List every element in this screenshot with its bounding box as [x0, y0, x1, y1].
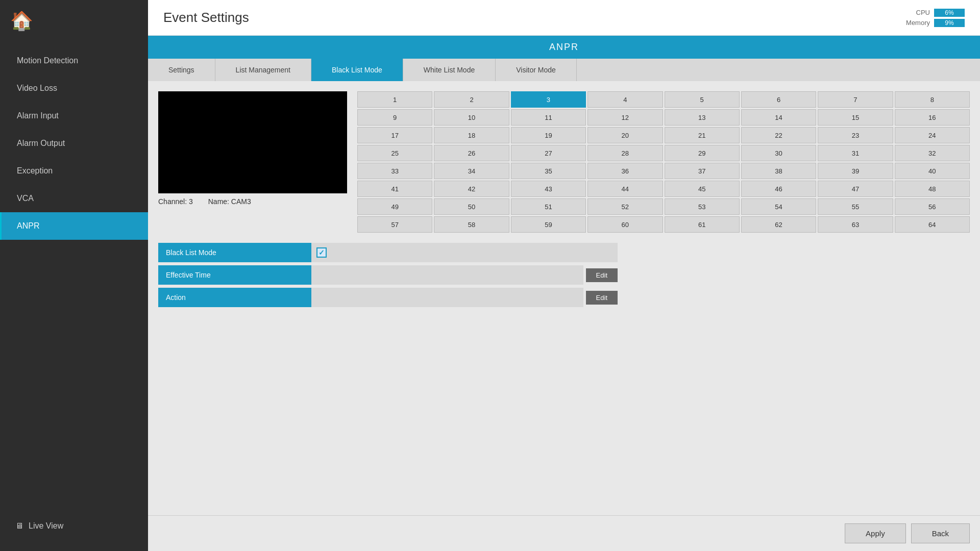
channel-cell-6[interactable]: 6	[741, 91, 816, 108]
channel-cell-20[interactable]: 20	[587, 127, 663, 143]
video-section: Channel: 3 Name: CAM3	[158, 91, 347, 233]
sidebar-item-anpr[interactable]: ANPR	[0, 212, 148, 240]
apply-button[interactable]: Apply	[845, 523, 906, 543]
sidebar: 🏠 Motion Detection Video Loss Alarm Inpu…	[0, 0, 148, 551]
channel-cell-1[interactable]: 1	[357, 91, 432, 108]
channel-cell-53[interactable]: 53	[665, 198, 740, 215]
action-edit-button[interactable]: Edit	[586, 291, 618, 305]
channel-cell-59[interactable]: 59	[511, 216, 586, 233]
channel-cell-49[interactable]: 49	[357, 198, 432, 215]
live-view-button[interactable]: 🖥 Live View	[0, 511, 148, 541]
channel-cell-14[interactable]: 14	[741, 109, 816, 126]
channel-cell-15[interactable]: 15	[818, 109, 893, 126]
channel-cell-43[interactable]: 43	[511, 181, 586, 197]
channel-cell-13[interactable]: 13	[665, 109, 740, 126]
channel-cell-35[interactable]: 35	[511, 163, 586, 179]
channel-cell-44[interactable]: 44	[587, 181, 663, 197]
channel-cell-26[interactable]: 26	[434, 145, 509, 161]
channel-cell-16[interactable]: 16	[895, 109, 970, 126]
channel-cell-10[interactable]: 10	[434, 109, 509, 126]
tabs-bar: Settings List Management Black List Mode…	[148, 59, 980, 81]
channel-cell-63[interactable]: 63	[818, 216, 893, 233]
channel-cell-24[interactable]: 24	[895, 127, 970, 143]
channel-cell-48[interactable]: 48	[895, 181, 970, 197]
channel-cell-64[interactable]: 64	[895, 216, 970, 233]
nav-items: Motion Detection Video Loss Alarm Input …	[0, 47, 148, 511]
channel-cell-28[interactable]: 28	[587, 145, 663, 161]
channel-cell-30[interactable]: 30	[741, 145, 816, 161]
channel-cell-4[interactable]: 4	[587, 91, 663, 108]
channel-cell-32[interactable]: 32	[895, 145, 970, 161]
channel-cell-5[interactable]: 5	[665, 91, 740, 108]
tab-settings[interactable]: Settings	[148, 59, 215, 81]
channel-cell-8[interactable]: 8	[895, 91, 970, 108]
sidebar-item-alarm-output[interactable]: Alarm Output	[0, 130, 148, 157]
effective-time-edit-button[interactable]: Edit	[586, 268, 618, 282]
channel-cell-61[interactable]: 61	[665, 216, 740, 233]
channel-cell-55[interactable]: 55	[818, 198, 893, 215]
channel-cell-7[interactable]: 7	[818, 91, 893, 108]
action-value	[311, 288, 583, 307]
channel-cell-56[interactable]: 56	[895, 198, 970, 215]
channel-cell-54[interactable]: 54	[741, 198, 816, 215]
sidebar-item-motion-detection[interactable]: Motion Detection	[0, 47, 148, 74]
tab-visitor-mode[interactable]: Visitor Mode	[496, 59, 577, 81]
channel-cell-37[interactable]: 37	[665, 163, 740, 179]
channel-cell-25[interactable]: 25	[357, 145, 432, 161]
channel-cell-50[interactable]: 50	[434, 198, 509, 215]
sidebar-item-vca[interactable]: VCA	[0, 185, 148, 212]
tab-black-list-mode[interactable]: Black List Mode	[311, 59, 403, 81]
channel-cell-39[interactable]: 39	[818, 163, 893, 179]
channel-cell-17[interactable]: 17	[357, 127, 432, 143]
content-area: ANPR Settings List Management Black List…	[148, 36, 980, 515]
black-list-mode-label: Black List Mode	[158, 243, 311, 262]
sidebar-item-alarm-input[interactable]: Alarm Input	[0, 102, 148, 130]
channel-cell-57[interactable]: 57	[357, 216, 432, 233]
channel-cell-18[interactable]: 18	[434, 127, 509, 143]
channel-cell-41[interactable]: 41	[357, 181, 432, 197]
cpu-label: CPU	[916, 9, 930, 16]
black-list-mode-checkbox[interactable]: ✓	[316, 247, 327, 258]
sidebar-item-video-loss[interactable]: Video Loss	[0, 74, 148, 102]
channel-cell-33[interactable]: 33	[357, 163, 432, 179]
panel-body: Channel: 3 Name: CAM3 123456789101112131…	[148, 81, 980, 515]
channel-cell-2[interactable]: 2	[434, 91, 509, 108]
channel-cell-27[interactable]: 27	[511, 145, 586, 161]
channel-cell-31[interactable]: 31	[818, 145, 893, 161]
channel-cell-45[interactable]: 45	[665, 181, 740, 197]
channel-cell-38[interactable]: 38	[741, 163, 816, 179]
action-row: Action Edit	[158, 288, 618, 307]
sidebar-item-exception[interactable]: Exception	[0, 157, 148, 185]
effective-time-row: Effective Time Edit	[158, 265, 618, 285]
channel-cell-46[interactable]: 46	[741, 181, 816, 197]
effective-time-label: Effective Time	[158, 265, 311, 285]
logo-area[interactable]: 🏠	[0, 0, 148, 42]
home-icon: 🏠	[10, 10, 33, 32]
channel-cell-36[interactable]: 36	[587, 163, 663, 179]
video-info: Channel: 3 Name: CAM3	[158, 197, 347, 206]
channel-cell-47[interactable]: 47	[818, 181, 893, 197]
channel-cell-51[interactable]: 51	[511, 198, 586, 215]
channel-cell-9[interactable]: 9	[357, 109, 432, 126]
channel-cell-58[interactable]: 58	[434, 216, 509, 233]
channel-cell-40[interactable]: 40	[895, 163, 970, 179]
anpr-banner: ANPR	[148, 36, 980, 59]
channel-cell-52[interactable]: 52	[587, 198, 663, 215]
channel-cell-34[interactable]: 34	[434, 163, 509, 179]
channel-cell-11[interactable]: 11	[511, 109, 586, 126]
channel-cell-23[interactable]: 23	[818, 127, 893, 143]
channel-cell-21[interactable]: 21	[665, 127, 740, 143]
back-button[interactable]: Back	[911, 523, 970, 543]
channel-cell-62[interactable]: 62	[741, 216, 816, 233]
checkbox-check-icon: ✓	[318, 248, 325, 257]
tab-list-management[interactable]: List Management	[215, 59, 311, 81]
tab-white-list-mode[interactable]: White List Mode	[403, 59, 496, 81]
channel-cell-29[interactable]: 29	[665, 145, 740, 161]
channel-cell-3[interactable]: 3	[511, 91, 586, 108]
system-stats: CPU 6% Memory 9%	[906, 9, 965, 27]
channel-cell-60[interactable]: 60	[587, 216, 663, 233]
channel-cell-19[interactable]: 19	[511, 127, 586, 143]
channel-cell-22[interactable]: 22	[741, 127, 816, 143]
channel-cell-42[interactable]: 42	[434, 181, 509, 197]
channel-cell-12[interactable]: 12	[587, 109, 663, 126]
